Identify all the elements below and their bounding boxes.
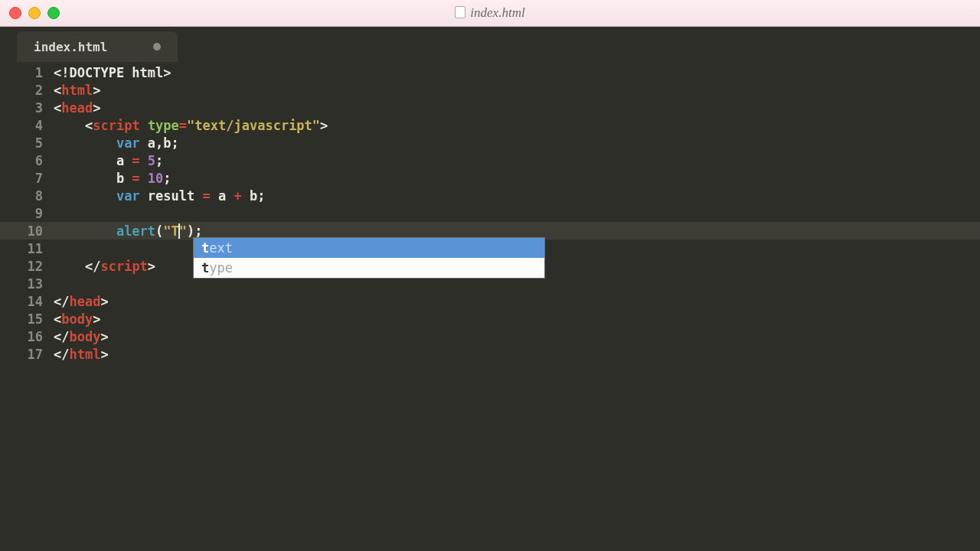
unsaved-indicator-icon — [153, 43, 161, 51]
code-line[interactable]: 16</body> — [0, 328, 980, 345]
minimize-window-button[interactable] — [28, 7, 41, 19]
code-line[interactable]: 8 var result = a + b; — [0, 187, 980, 204]
gutter-line-number: 1 — [0, 65, 54, 80]
code-line[interactable]: 1<!DOCTYPE html> — [0, 64, 980, 81]
code-content[interactable]: </head> — [54, 294, 109, 309]
code-line[interactable]: 9 — [0, 204, 980, 222]
gutter-line-number: 16 — [0, 329, 54, 344]
autocomplete-item[interactable]: type — [194, 258, 544, 278]
code-content[interactable]: a = 5; — [54, 153, 163, 168]
code-content[interactable]: </html> — [54, 347, 109, 362]
code-line[interactable]: 7 b = 10; — [0, 169, 980, 187]
gutter-line-number: 9 — [0, 206, 54, 221]
code-line[interactable]: 15<body> — [0, 310, 980, 328]
gutter-line-number: 2 — [0, 83, 54, 98]
code-content[interactable]: var a,b; — [54, 135, 179, 151]
gutter-line-number: 8 — [0, 188, 54, 204]
code-line[interactable]: 5 var a,b; — [0, 134, 980, 152]
tab-index-html[interactable]: index.html — [17, 31, 178, 62]
tab-label: index.html — [34, 40, 107, 54]
window-title-text: index.html — [470, 5, 524, 20]
gutter-line-number: 15 — [0, 311, 54, 327]
file-icon — [455, 6, 466, 18]
gutter-line-number: 11 — [0, 241, 54, 256]
window-title: index.html — [0, 5, 980, 21]
gutter-line-number: 17 — [0, 347, 54, 362]
gutter-line-number: 10 — [0, 223, 54, 239]
code-content[interactable]: <!DOCTYPE html> — [54, 65, 172, 80]
code-content[interactable]: b = 10; — [54, 171, 172, 186]
close-window-button[interactable] — [9, 7, 21, 19]
code-content[interactable]: </body> — [54, 329, 109, 344]
tab-bar: index.html — [0, 27, 980, 64]
code-line[interactable]: 6 a = 5; — [0, 152, 980, 169]
gutter-line-number: 3 — [0, 100, 54, 116]
traffic-lights — [9, 7, 60, 19]
code-line[interactable]: 2<html> — [0, 81, 980, 99]
code-line[interactable]: 14</head> — [0, 292, 980, 310]
gutter-line-number: 7 — [0, 171, 54, 186]
gutter-line-number: 13 — [0, 276, 54, 292]
code-content[interactable]: alert("T"); — [54, 223, 203, 239]
code-line[interactable]: 3<head> — [0, 99, 980, 116]
code-content[interactable]: </script> — [54, 259, 155, 274]
code-content[interactable]: <head> — [54, 100, 100, 116]
code-editor[interactable]: 1<!DOCTYPE html>2<html>3<head>4 <script … — [0, 64, 980, 551]
gutter-line-number: 12 — [0, 259, 54, 274]
autocomplete-popup[interactable]: texttype — [193, 237, 545, 279]
gutter-line-number: 5 — [0, 135, 54, 151]
zoom-window-button[interactable] — [47, 7, 60, 19]
code-content[interactable]: var result = a + b; — [54, 188, 265, 204]
code-content[interactable]: <html> — [54, 83, 100, 98]
gutter-line-number: 4 — [0, 118, 54, 133]
gutter-line-number: 6 — [0, 153, 54, 168]
gutter-line-number: 14 — [0, 294, 54, 309]
code-content[interactable]: <script type="text/javascript"> — [54, 118, 328, 133]
code-line[interactable]: 17</html> — [0, 345, 980, 363]
code-content[interactable]: <body> — [54, 311, 100, 327]
window-titlebar: index.html — [0, 0, 980, 27]
autocomplete-item[interactable]: text — [194, 238, 544, 258]
code-line[interactable]: 4 <script type="text/javascript"> — [0, 116, 980, 134]
